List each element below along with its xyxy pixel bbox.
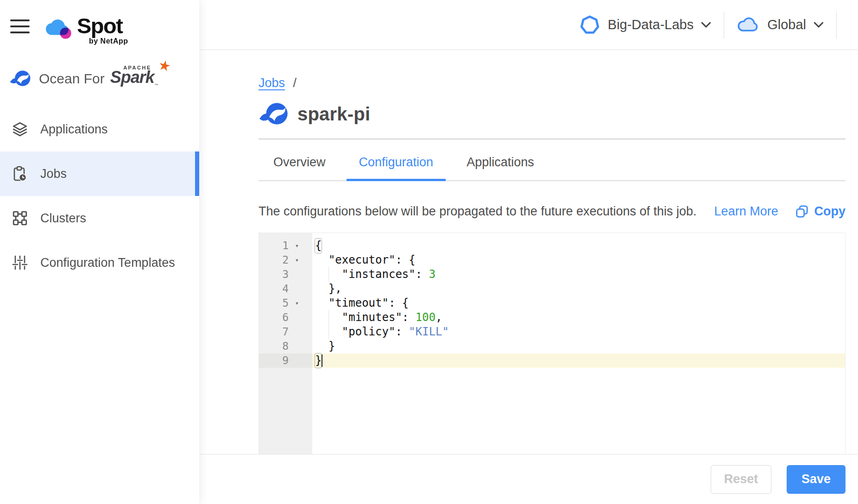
- code-line-content[interactable]: "minutes": 100,: [312, 310, 845, 325]
- apache-spark-logo: APACHE Spark™ ★: [110, 65, 168, 92]
- gutter-cell: 3: [259, 267, 312, 282]
- sidebar-item-label: Clusters: [40, 211, 86, 226]
- sidebar-item-applications[interactable]: Applications: [0, 107, 199, 151]
- breadcrumb-jobs-link[interactable]: Jobs: [259, 76, 285, 90]
- description-text: The configurations below will be propaga…: [259, 204, 697, 219]
- ocean-wave-icon: [259, 102, 289, 126]
- spot-byline-text: by NetApp: [89, 37, 128, 45]
- code-line-content[interactable]: }: [312, 353, 845, 368]
- tab-bar: OverviewConfigurationApplications: [259, 139, 845, 181]
- sidebar-item-jobs[interactable]: Jobs: [0, 151, 199, 196]
- spot-brand-text: Spot: [77, 16, 128, 36]
- sidebar-item-clusters[interactable]: Clusters: [0, 196, 199, 240]
- main-area: Big-Data-Labs Global Jobs /: [199, 0, 858, 504]
- menu-icon[interactable]: [10, 19, 30, 38]
- top-bar: Big-Data-Labs Global: [199, 0, 858, 50]
- copy-icon: [795, 205, 808, 219]
- spot-logo[interactable]: Spot by NetApp: [45, 16, 128, 45]
- header-divider: [836, 12, 837, 38]
- json-config-editor[interactable]: 1▾{2▾ "executor": {3 "instances": 34 },5…: [259, 233, 845, 454]
- line-number: 9: [259, 353, 289, 368]
- line-number: 6: [259, 310, 289, 325]
- code-line-content[interactable]: "policy": "KILL": [312, 325, 845, 339]
- page-title: spark-pi: [297, 104, 370, 125]
- footer-actions: Reset Save: [199, 454, 858, 504]
- code-token: }: [315, 339, 335, 353]
- editor-line-9[interactable]: 9}: [259, 353, 845, 368]
- editor-line-3[interactable]: 3 "instances": 3: [259, 267, 845, 282]
- cluster-grid-icon: [12, 210, 28, 227]
- chevron-down-icon: [701, 22, 711, 28]
- learn-more-link[interactable]: Learn More: [714, 204, 778, 219]
- line-number: 3: [259, 267, 289, 282]
- tab-applications[interactable]: Applications: [467, 155, 534, 180]
- sidebar: Spot by NetApp Ocean For APACHE Spark™ ★…: [0, 0, 199, 504]
- breadcrumb: Jobs /: [259, 76, 845, 90]
- spot-cloud-icon: [45, 17, 74, 41]
- scope-name: Global: [767, 17, 806, 32]
- clipboard-clock-icon: [12, 165, 28, 182]
- editor-line-2[interactable]: 2▾ "executor": {: [259, 253, 845, 267]
- gutter-cell: 6: [259, 310, 312, 325]
- sidebar-item-label: Applications: [40, 122, 108, 137]
- editor-lines: 1▾{2▾ "executor": {3 "instances": 34 },5…: [259, 233, 845, 368]
- app-root: Spot by NetApp Ocean For APACHE Spark™ ★…: [0, 0, 858, 504]
- page-content: Jobs / spark-pi OverviewConfigurationApp…: [199, 50, 858, 454]
- code-token: },: [315, 282, 342, 296]
- code-token: "executor": {: [315, 253, 416, 267]
- code-token: 3: [429, 267, 435, 282]
- sidebar-item-label: Jobs: [40, 167, 67, 181]
- line-number: 1: [259, 239, 289, 253]
- code-token: 100: [416, 310, 435, 325]
- text-cursor: [322, 354, 322, 367]
- code-line-content[interactable]: "instances": 3: [312, 267, 845, 282]
- fold-arrow-icon[interactable]: ▾: [289, 296, 305, 310]
- editor-line-5[interactable]: 5▾ "timeout": {: [259, 296, 845, 310]
- indent-guide: [328, 267, 329, 282]
- line-number: 8: [259, 339, 289, 353]
- editor-line-4[interactable]: 4 },: [259, 282, 845, 296]
- editor-line-1[interactable]: 1▾{: [259, 239, 845, 253]
- tab-overview[interactable]: Overview: [273, 155, 326, 180]
- code-line-content[interactable]: {: [312, 239, 845, 253]
- save-button[interactable]: Save: [787, 465, 845, 494]
- product-label: Ocean For: [39, 71, 105, 87]
- reset-button[interactable]: Reset: [711, 465, 771, 494]
- code-token: "KILL": [409, 325, 449, 339]
- header-divider: [724, 12, 724, 38]
- code-token: "minutes":: [315, 310, 416, 325]
- copy-button[interactable]: Copy: [795, 204, 846, 219]
- chevron-down-icon: [814, 22, 824, 28]
- cloud-icon: [737, 16, 760, 33]
- code-token: "timeout": {: [315, 296, 409, 310]
- gutter-cell: 9: [259, 353, 312, 368]
- tab-configuration[interactable]: Configuration: [359, 155, 434, 180]
- org-switcher[interactable]: Big-Data-Labs: [580, 15, 711, 35]
- spark-star-icon: ★: [157, 57, 173, 75]
- fold-arrow-icon[interactable]: ▾: [289, 253, 305, 267]
- line-number: 7: [259, 325, 289, 339]
- spot-wordmark: Spot by NetApp: [77, 16, 128, 45]
- scope-switcher[interactable]: Global: [737, 16, 824, 33]
- gutter-cell: 8: [259, 339, 312, 353]
- org-name: Big-Data-Labs: [608, 17, 694, 32]
- code-line-content[interactable]: },: [312, 282, 845, 296]
- code-line-content[interactable]: }: [312, 339, 845, 353]
- editor-line-8[interactable]: 8 }: [259, 339, 845, 353]
- fold-arrow-icon[interactable]: ▾: [289, 239, 305, 253]
- code-token: {: [315, 239, 322, 253]
- code-line-content[interactable]: "timeout": {: [312, 296, 845, 310]
- code-line-content[interactable]: "executor": {: [312, 253, 845, 267]
- product-ocean-for-spark[interactable]: Ocean For APACHE Spark™ ★: [0, 45, 199, 92]
- code-token: }: [315, 353, 322, 368]
- code-token: "policy":: [315, 325, 409, 339]
- editor-line-7[interactable]: 7 "policy": "KILL": [259, 325, 845, 339]
- indent-guide: [328, 325, 329, 339]
- gutter-cell: 5▾: [259, 296, 312, 310]
- line-number: 5: [259, 296, 289, 310]
- heptagon-icon: [580, 15, 600, 35]
- description-row: The configurations below will be propaga…: [259, 204, 845, 219]
- gutter-cell: 2▾: [259, 253, 312, 267]
- editor-line-6[interactable]: 6 "minutes": 100,: [259, 310, 845, 325]
- sidebar-item-configuration-templates[interactable]: Configuration Templates: [0, 240, 199, 285]
